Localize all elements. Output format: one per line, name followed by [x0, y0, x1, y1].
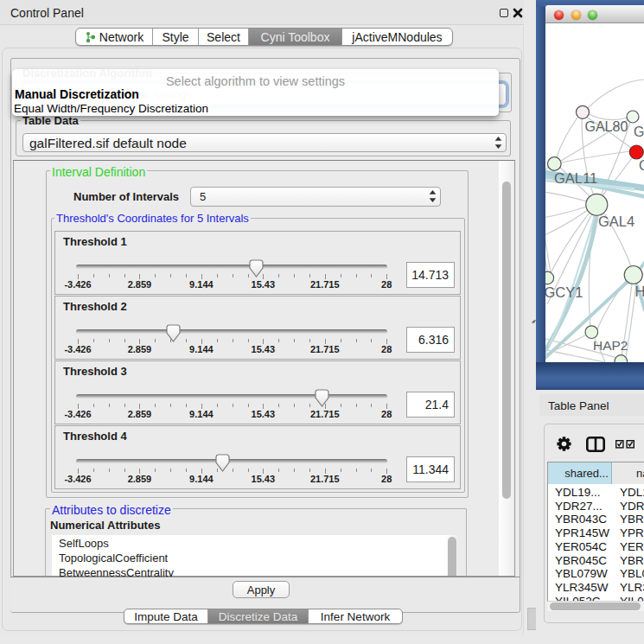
- svg-text:GCY1: GCY1: [545, 284, 583, 300]
- svg-text:H: H: [635, 284, 644, 299]
- svg-text:C: C: [639, 158, 644, 173]
- svg-text:GA: GA: [634, 124, 644, 139]
- svg-text:HAP2: HAP2: [593, 338, 628, 353]
- svg-text:GAL11: GAL11: [554, 170, 597, 186]
- svg-text:GAL80: GAL80: [585, 119, 628, 134]
- svg-text:GAL4: GAL4: [598, 214, 634, 229]
